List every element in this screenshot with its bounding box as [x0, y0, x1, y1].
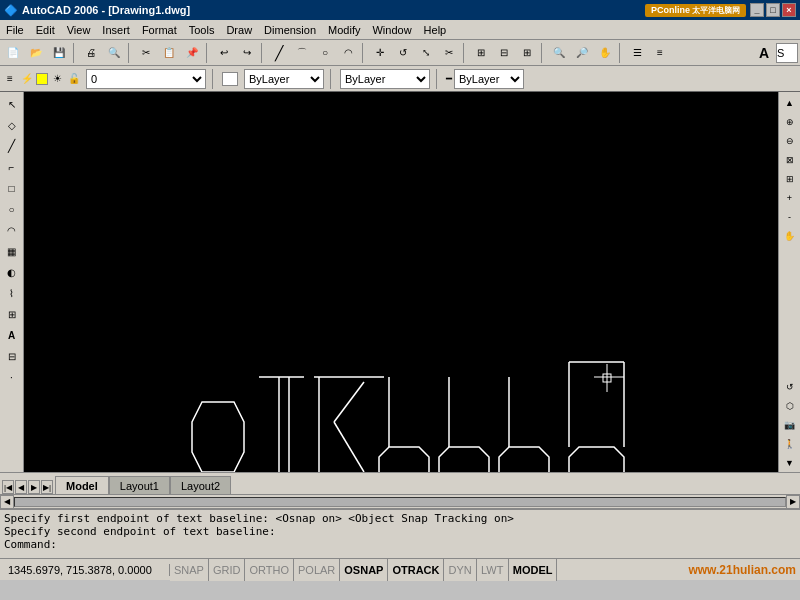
tab-prev-arrow[interactable]: ◀	[15, 480, 27, 494]
rt-camera[interactable]: 📷	[781, 416, 799, 434]
tool-point[interactable]: ·	[2, 367, 22, 387]
tb-pan[interactable]: ✋	[594, 42, 616, 64]
tool-circle[interactable]: ○	[2, 199, 22, 219]
tb-properties[interactable]: ☰	[626, 42, 648, 64]
tool-rectangle[interactable]: □	[2, 178, 22, 198]
rt-pan-up[interactable]: ▲	[781, 94, 799, 112]
status-dyn[interactable]: DYN	[444, 559, 476, 581]
menu-dimension[interactable]: Dimension	[258, 20, 322, 39]
tool-hatch[interactable]: ▦	[2, 241, 22, 261]
tool-insert[interactable]: ⊟	[2, 346, 22, 366]
tb-circle[interactable]: ○	[314, 42, 336, 64]
tab-layout1[interactable]: Layout1	[109, 476, 170, 494]
tab-nav-arrows[interactable]: |◀ ◀ ▶ ▶|	[2, 480, 53, 494]
tb-rotate[interactable]: ↺	[392, 42, 414, 64]
layer-icon-sun[interactable]: ☀	[49, 71, 65, 87]
tb-cut[interactable]: ✂	[135, 42, 157, 64]
status-polar[interactable]: POLAR	[294, 559, 340, 581]
maximize-button[interactable]: □	[766, 3, 780, 17]
color-swatch[interactable]	[222, 72, 238, 86]
linetype-dropdown[interactable]: ByLayer	[340, 69, 430, 89]
menu-edit[interactable]: Edit	[30, 20, 61, 39]
tb-undo[interactable]: ↩	[213, 42, 235, 64]
hscroll-left[interactable]: ◀	[0, 495, 14, 509]
menu-file[interactable]: File	[0, 20, 30, 39]
status-osnap[interactable]: OSNAP	[340, 559, 388, 581]
tool-text[interactable]: A	[2, 325, 22, 345]
rt-orbit[interactable]: ↺	[781, 378, 799, 396]
status-snap[interactable]: SNAP	[170, 559, 209, 581]
tab-next-arrow[interactable]: ▶	[28, 480, 40, 494]
tb-paste[interactable]: 📌	[181, 42, 203, 64]
tb-scale[interactable]: ⤡	[415, 42, 437, 64]
rt-pan[interactable]: ✋	[781, 227, 799, 245]
tool-table[interactable]: ⊞	[2, 304, 22, 324]
rt-zoom-window[interactable]: ⊕	[781, 113, 799, 131]
menu-insert[interactable]: Insert	[96, 20, 136, 39]
title-buttons[interactable]: _ □ ×	[750, 3, 796, 17]
color-dropdown[interactable]: ByLayer	[244, 69, 324, 89]
status-ortho[interactable]: ORTHO	[245, 559, 294, 581]
lineweight-dropdown[interactable]: ByLayer	[454, 69, 524, 89]
tb-save[interactable]: 💾	[48, 42, 70, 64]
tab-layout2[interactable]: Layout2	[170, 476, 231, 494]
tool-arc[interactable]: ◠	[2, 220, 22, 240]
hscroll-track[interactable]	[14, 497, 786, 507]
tool-erase[interactable]: ◇	[2, 115, 22, 135]
tb-redo[interactable]: ↪	[236, 42, 258, 64]
rt-walk[interactable]: 🚶	[781, 435, 799, 453]
tb-polyline[interactable]: ⌒	[291, 42, 313, 64]
tb-osnap[interactable]: ⊟	[493, 42, 515, 64]
tb-matchprop[interactable]: ≡	[649, 42, 671, 64]
tab-model[interactable]: Model	[55, 476, 109, 494]
tool-line[interactable]: ╱	[2, 136, 22, 156]
tb-trim[interactable]: ✂	[438, 42, 460, 64]
menu-window[interactable]: Window	[366, 20, 417, 39]
tb-grid[interactable]: ⊞	[516, 42, 538, 64]
rt-zoom-out[interactable]: -	[781, 208, 799, 226]
tb-arc[interactable]: ◠	[337, 42, 359, 64]
tb-preview[interactable]: 🔍	[103, 42, 125, 64]
tb-line[interactable]: ╱	[268, 42, 290, 64]
tb-new[interactable]: 📄	[2, 42, 24, 64]
hscroll-right[interactable]: ▶	[786, 495, 800, 509]
status-model[interactable]: MODEL	[509, 559, 558, 581]
rt-3d[interactable]: ⬡	[781, 397, 799, 415]
tool-region[interactable]: ⌇	[2, 283, 22, 303]
menu-help[interactable]: Help	[418, 20, 453, 39]
tb-open[interactable]: 📂	[25, 42, 47, 64]
status-grid[interactable]: GRID	[209, 559, 246, 581]
tb-copy[interactable]: 📋	[158, 42, 180, 64]
layer-icon-2[interactable]: ⚡	[19, 71, 35, 87]
tb-print[interactable]: 🖨	[80, 42, 102, 64]
tool-polyline[interactable]: ⌐	[2, 157, 22, 177]
menu-modify[interactable]: Modify	[322, 20, 366, 39]
layer-select[interactable]: 0	[86, 69, 206, 89]
menu-format[interactable]: Format	[136, 20, 183, 39]
close-button[interactable]: ×	[782, 3, 796, 17]
text-style-input[interactable]	[776, 43, 798, 63]
menu-view[interactable]: View	[61, 20, 97, 39]
rt-zoom-extent[interactable]: ⊠	[781, 151, 799, 169]
tb-zoom-out[interactable]: 🔎	[571, 42, 593, 64]
layer-icon-3[interactable]	[36, 73, 48, 85]
menu-tools[interactable]: Tools	[183, 20, 221, 39]
rt-zoom-prev[interactable]: ⊖	[781, 132, 799, 150]
minimize-button[interactable]: _	[750, 3, 764, 17]
status-otrack[interactable]: OTRACK	[388, 559, 444, 581]
tb-zoom-in[interactable]: 🔍	[548, 42, 570, 64]
tb-move[interactable]: ✛	[369, 42, 391, 64]
tb-text-style[interactable]: A	[753, 42, 775, 64]
rt-zoom-fit[interactable]: ⊞	[781, 170, 799, 188]
tb-snap[interactable]: ⊞	[470, 42, 492, 64]
rt-zoom-in[interactable]: +	[781, 189, 799, 207]
tab-first-arrow[interactable]: |◀	[2, 480, 14, 494]
tool-gradient[interactable]: ◐	[2, 262, 22, 282]
command-input[interactable]	[64, 538, 364, 551]
layer-icon-lock[interactable]: 🔓	[66, 71, 82, 87]
status-lwt[interactable]: LWT	[477, 559, 509, 581]
rt-pan-down[interactable]: ▼	[781, 454, 799, 472]
tab-last-arrow[interactable]: ▶|	[41, 480, 53, 494]
tool-select[interactable]: ↖	[2, 94, 22, 114]
menu-draw[interactable]: Draw	[220, 20, 258, 39]
